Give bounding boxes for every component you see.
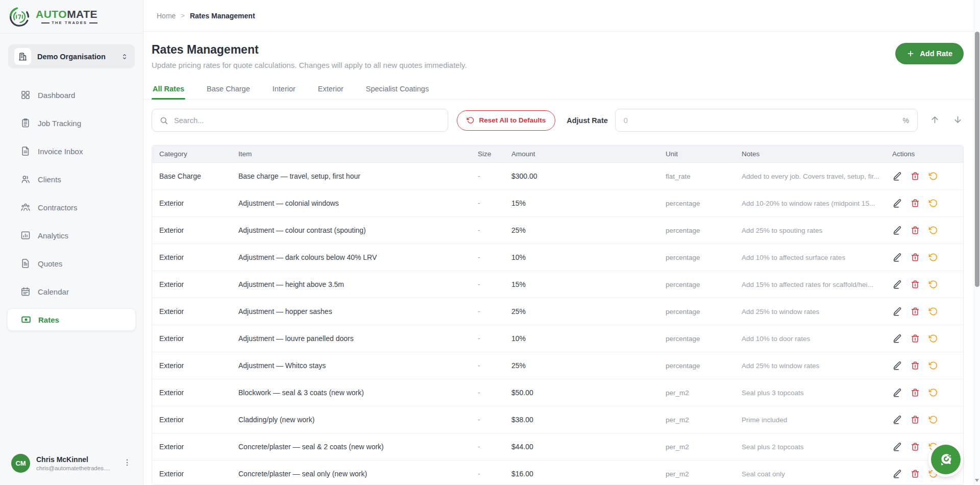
edit-rate-button[interactable]	[892, 225, 902, 235]
sidebar-item-label: Rates	[38, 316, 59, 324]
adjust-rate-input[interactable]	[624, 116, 903, 125]
reset-rate-button[interactable]	[928, 225, 938, 235]
cell-notes: Add 25% to window rates	[734, 362, 885, 370]
reset-rate-button[interactable]	[928, 415, 938, 425]
cell-size: -	[471, 334, 504, 343]
edit-rate-button[interactable]	[892, 442, 902, 452]
scrollbar-thumb[interactable]	[975, 32, 979, 287]
reset-rate-button[interactable]	[928, 279, 938, 289]
sidebar-item-dashboard[interactable]: Dashboard	[7, 84, 136, 106]
sidebar-item-calendar[interactable]: Calendar	[7, 280, 136, 303]
delete-rate-button[interactable]	[910, 198, 920, 208]
reset-rate-button[interactable]	[928, 333, 938, 344]
tab-exterior[interactable]: Exterior	[317, 80, 345, 99]
rate-tabs: All Rates Base Charge Interior Exterior …	[143, 80, 980, 100]
cell-amount: 15%	[504, 199, 658, 207]
analytics-icon	[20, 230, 31, 240]
cell-item: Adjustment — hopper sashes	[231, 307, 471, 316]
add-rate-button[interactable]: Add Rate	[895, 43, 964, 64]
edit-rate-button[interactable]	[892, 333, 902, 344]
adjust-rate-down-button[interactable]	[952, 114, 964, 127]
edit-rate-button[interactable]	[892, 252, 902, 262]
breadcrumb-home[interactable]: Home	[157, 12, 176, 20]
tab-base-charge[interactable]: Base Charge	[206, 80, 251, 99]
edit-rate-button[interactable]	[892, 387, 902, 398]
delete-rate-button[interactable]	[910, 225, 920, 235]
sidebar-item-quotes[interactable]: Quotes	[7, 252, 136, 275]
trash-icon	[911, 415, 920, 424]
trash-icon	[911, 172, 920, 181]
adjust-rate-up-button[interactable]	[929, 114, 941, 127]
cell-category: Exterior	[152, 226, 231, 234]
cell-notes: Add 25% to window rates	[734, 308, 885, 316]
edit-rate-button[interactable]	[892, 279, 902, 289]
cell-size: -	[471, 470, 504, 478]
trash-icon	[911, 280, 920, 289]
cell-amount: $44.00	[504, 443, 658, 451]
sidebar-item-analytics[interactable]: Analytics	[7, 224, 136, 247]
sidebar-nav: Dashboard Job Tracking Invoice Inbox Cli…	[0, 84, 143, 336]
reset-rate-button[interactable]	[928, 171, 938, 181]
page-title: Rates Management	[152, 43, 467, 56]
reset-rate-button[interactable]	[928, 198, 938, 208]
arrow-down-icon	[953, 115, 963, 125]
edit-rate-button[interactable]	[892, 469, 902, 479]
sidebar-item-contractors[interactable]: Contractors	[7, 196, 136, 219]
edit-rate-button[interactable]	[892, 198, 902, 208]
reset-rate-button[interactable]	[928, 387, 938, 398]
edit-rate-button[interactable]	[892, 360, 902, 371]
dots-vertical-icon	[122, 458, 132, 467]
edit-rate-button[interactable]	[892, 306, 902, 317]
tab-all-rates[interactable]: All Rates	[152, 80, 185, 99]
banknote-icon	[21, 314, 31, 325]
delete-rate-button[interactable]	[910, 252, 920, 262]
edit-rate-button[interactable]	[892, 171, 902, 181]
delete-rate-button[interactable]	[910, 333, 920, 344]
trash-icon	[911, 361, 920, 370]
cell-amount: 25%	[504, 361, 658, 370]
table-header-row: Category Item Size Amount Unit Notes Act…	[152, 146, 963, 163]
cell-category: Exterior	[152, 389, 231, 397]
delete-rate-button[interactable]	[910, 469, 920, 479]
sidebar-item-invoice-inbox[interactable]: Invoice Inbox	[7, 140, 136, 162]
edit-rate-button[interactable]	[892, 415, 902, 425]
reset-all-defaults-button[interactable]: Reset All to Defaults	[457, 110, 555, 131]
logo-icon	[8, 6, 31, 28]
quotes-icon	[20, 258, 31, 269]
cell-actions	[885, 279, 963, 289]
delete-rate-button[interactable]	[910, 360, 920, 371]
table-row: Exterior Blockwork — seal & 3 coats (new…	[152, 379, 963, 406]
delete-rate-button[interactable]	[910, 279, 920, 289]
cell-unit: percentage	[658, 254, 734, 261]
tab-specialist-coatings[interactable]: Specialist Coatings	[365, 80, 430, 99]
sidebar-item-rates[interactable]: Rates	[7, 308, 136, 331]
delete-rate-button[interactable]	[910, 171, 920, 181]
pencil-icon	[893, 199, 902, 208]
invoice-icon	[20, 146, 31, 156]
organisation-selector[interactable]: Demo Organisation	[8, 44, 135, 68]
sidebar-item-label: Clients	[38, 175, 61, 184]
delete-rate-button[interactable]	[910, 306, 920, 317]
sidebar-item-clients[interactable]: Clients	[7, 168, 136, 190]
user-menu-button[interactable]	[120, 456, 134, 471]
table-row: Exterior Concrete/plaster — seal only (n…	[152, 460, 963, 485]
delete-rate-button[interactable]	[910, 442, 920, 452]
delete-rate-button[interactable]	[910, 387, 920, 398]
cell-size: -	[471, 226, 504, 234]
reset-rate-button[interactable]	[928, 360, 938, 371]
reset-icon	[928, 253, 938, 262]
tab-interior[interactable]: Interior	[272, 80, 297, 99]
chat-assistant-button[interactable]	[931, 445, 961, 474]
cell-item: Concrete/plaster — seal only (new work)	[231, 470, 471, 478]
scroll-down-arrow-icon[interactable]	[975, 478, 979, 483]
delete-rate-button[interactable]	[910, 415, 920, 425]
reset-rate-button[interactable]	[928, 252, 938, 262]
pencil-icon	[893, 334, 902, 343]
cell-actions	[885, 360, 963, 371]
reset-rate-button[interactable]	[928, 306, 938, 317]
search-input[interactable]	[174, 116, 440, 125]
cell-actions	[885, 198, 963, 208]
brand-logo: AUTOMATE THE TRADES	[0, 0, 143, 34]
cell-amount: 15%	[504, 280, 658, 288]
sidebar-item-job-tracking[interactable]: Job Tracking	[7, 112, 136, 134]
